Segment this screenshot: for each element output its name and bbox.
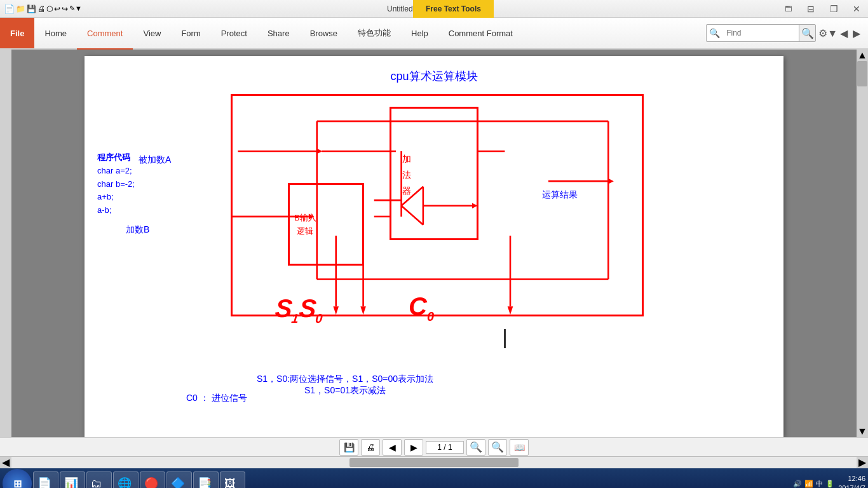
horizontal-scrollbar[interactable]: ◀ ▶: [0, 456, 868, 468]
scroll-right[interactable]: ▶: [857, 457, 868, 468]
b-logic-label: B输入 逻辑: [294, 212, 316, 238]
taskbar-item-3[interactable]: 🗂: [86, 471, 112, 488]
settings-icon[interactable]: ⚙▼: [818, 27, 837, 39]
right-scrollbar[interactable]: ▲ ▼: [857, 50, 868, 437]
clock-time: 12:46: [838, 474, 865, 484]
system-menu[interactable]: 🗔: [776, 0, 799, 18]
taskbar-item-5[interactable]: 🔴: [140, 471, 165, 488]
taskbar-item-6[interactable]: 🔷: [166, 471, 192, 488]
scroll-thumb[interactable]: [857, 61, 867, 86]
taskbar-item-2[interactable]: 📊: [60, 471, 85, 488]
nav-next[interactable]: ▶: [850, 27, 863, 39]
task-icon-8: 🖼: [224, 477, 236, 489]
label-addend: 加数B: [126, 224, 149, 236]
task-icon-2: 📊: [64, 477, 78, 488]
adder-label-1: 加: [402, 151, 411, 167]
start-button[interactable]: ⊞: [3, 469, 32, 488]
cursor-bar: [504, 329, 506, 348]
scroll-track[interactable]: [857, 61, 868, 426]
clock-date: 2017/4/7: [838, 484, 865, 488]
ribbon-right: 🔍 🔍 ⚙▼ ◀ ▶: [701, 18, 868, 48]
maximize-btn[interactable]: ❐: [822, 0, 845, 18]
tab-home[interactable]: Home: [34, 18, 77, 50]
print-button[interactable]: 🖨: [361, 439, 380, 456]
pdf-area[interactable]: cpu算术运算模块 程序代码 char a=2; char b=-2; a+b;…: [11, 50, 857, 437]
tab-special[interactable]: 特色功能: [348, 18, 401, 50]
zoom-in-button[interactable]: 🔍: [488, 439, 507, 456]
tab-protect[interactable]: Protect: [211, 18, 257, 50]
c0-drawn: C0: [409, 292, 434, 324]
b-logic-line1: B输入: [294, 212, 316, 225]
tray-icon-2[interactable]: 📶: [804, 480, 813, 488]
read-mode-button[interactable]: 📖: [510, 439, 529, 456]
quick-open[interactable]: 📁: [16, 4, 25, 13]
next-page-button[interactable]: ▶: [404, 439, 423, 456]
scroll-down[interactable]: ▼: [857, 426, 868, 437]
tab-help[interactable]: Help: [401, 18, 438, 50]
code-line-2: char a=2;: [97, 165, 135, 178]
customize-btn[interactable]: ✎▼: [69, 4, 82, 13]
code-line-4: a+b;: [97, 191, 135, 204]
diagram-title: cpu算术运算模块: [212, 69, 656, 84]
left-scroll: [0, 50, 11, 437]
task-icon-3: 🗂: [91, 477, 102, 489]
save-button[interactable]: 💾: [339, 439, 358, 456]
adder-label-3: 器: [402, 183, 411, 199]
b-logic-line2: 逻辑: [294, 225, 316, 238]
tab-browse[interactable]: Browse: [300, 18, 348, 50]
taskbar-item-4[interactable]: 🌐: [113, 471, 139, 488]
s1s0-desc-line1: S1，S0:两位选择信号，S1，S0=00表示加法: [123, 374, 567, 385]
quick-icon4[interactable]: ⬡: [46, 4, 53, 13]
quick-save[interactable]: 💾: [27, 4, 36, 13]
c0-description: C0 ： 进位信号: [186, 393, 247, 404]
search-box: 🔍 🔍: [706, 24, 816, 42]
app-icon: 📄: [4, 4, 15, 14]
scroll-up[interactable]: ▲: [857, 50, 868, 61]
tab-form[interactable]: Form: [171, 18, 210, 50]
pdf-page: cpu算术运算模块 程序代码 char a=2; char b=-2; a+b;…: [85, 56, 783, 437]
s1s0-drawn: S1S0: [274, 294, 325, 326]
scroll-left[interactable]: ◀: [0, 457, 11, 468]
taskbar: ⊞ 📄 📊 🗂 🌐 🔴 🔷 📑 🖼 🔊 📶 中 🔋 12:46 2017/4/7: [0, 468, 868, 488]
bottom-toolbar: 💾 🖨 ◀ ▶ 🔍 🔍 📖: [0, 437, 868, 456]
tab-view[interactable]: View: [133, 18, 171, 50]
system-clock[interactable]: 12:46 2017/4/7: [838, 474, 865, 488]
close-btn[interactable]: ✕: [845, 0, 868, 18]
redo-btn[interactable]: ↪: [62, 4, 68, 13]
tray-icon-3[interactable]: 🔋: [825, 480, 834, 488]
h-scroll-thumb[interactable]: [349, 458, 519, 467]
tray-icon-1[interactable]: 🔊: [793, 480, 802, 488]
title-bar: 📄 📁 💾 🖨 ⬡ ↩ ↪ ✎▼ Untitled.pdf * - Foxit …: [0, 0, 868, 18]
tab-comment-format[interactable]: Comment Format: [438, 18, 523, 50]
task-icon-6: 🔷: [171, 477, 185, 488]
main-area: cpu算术运算模块 程序代码 char a=2; char b=-2; a+b;…: [0, 50, 868, 437]
system-tray: 🔊 📶 中 🔋: [790, 479, 837, 489]
prev-page-button[interactable]: ◀: [383, 439, 402, 456]
search-icon-left: 🔍: [707, 28, 722, 38]
label-augend: 被加数A: [139, 154, 171, 166]
taskbar-item-1[interactable]: 📄: [33, 471, 58, 488]
adder-label-2: 法: [402, 167, 411, 183]
search-button[interactable]: 🔍: [799, 25, 815, 41]
h-scroll-track[interactable]: [11, 457, 857, 468]
task-icon-4: 🌐: [118, 477, 132, 488]
code-block: 程序代码 char a=2; char b=-2; a+b; a-b;: [97, 151, 135, 217]
task-icon-7: 📑: [198, 477, 212, 488]
nav-prev[interactable]: ◀: [837, 27, 850, 39]
quick-print[interactable]: 🖨: [37, 4, 45, 13]
ribbon: File Home Comment View Form Protect Shar…: [0, 18, 868, 50]
code-line-1: 程序代码: [97, 151, 135, 165]
task-icon-1: 📄: [37, 477, 51, 488]
tray-lang[interactable]: 中: [816, 479, 823, 489]
taskbar-item-7[interactable]: 📑: [193, 471, 219, 488]
minimize-btn[interactable]: ⊟: [799, 0, 822, 18]
adder-label: 加 法 器: [402, 151, 411, 200]
tab-share[interactable]: Share: [257, 18, 300, 50]
search-input[interactable]: [722, 29, 799, 37]
file-button[interactable]: File: [0, 18, 34, 48]
tab-comment[interactable]: Comment: [77, 18, 133, 50]
undo-btn[interactable]: ↩: [54, 4, 60, 13]
page-input[interactable]: [426, 441, 464, 454]
zoom-out-button[interactable]: 🔍: [466, 439, 485, 456]
taskbar-item-8[interactable]: 🖼: [220, 471, 245, 488]
